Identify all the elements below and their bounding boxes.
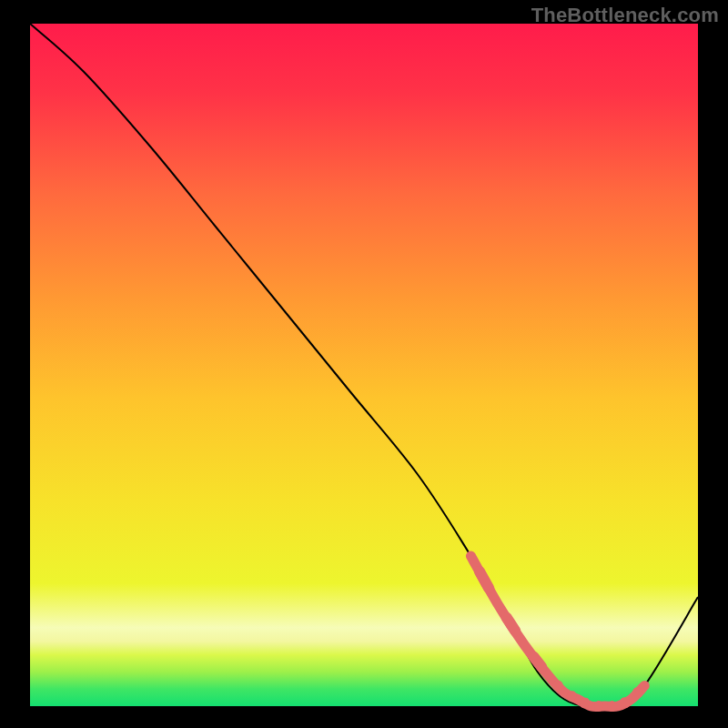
svg-rect-7: [608, 701, 617, 712]
svg-rect-6: [594, 701, 603, 712]
chart-stage: TheBottleneck.com: [0, 0, 728, 728]
plot-background: [30, 24, 698, 706]
bottleneck-chart: [0, 0, 728, 728]
watermark-text: TheBottleneck.com: [531, 4, 719, 27]
